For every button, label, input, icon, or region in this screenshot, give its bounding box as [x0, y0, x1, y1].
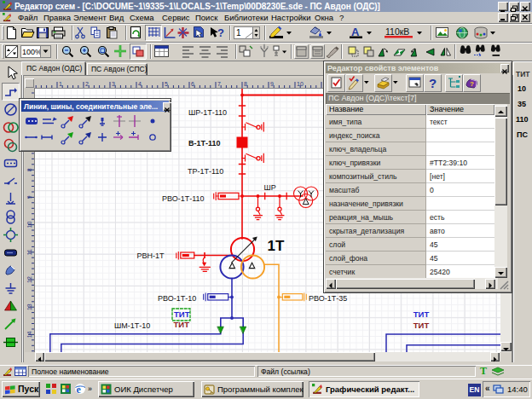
- svg-text:РВО-1Т-10: РВО-1Т-10: [158, 294, 196, 303]
- svg-text:ШР: ШР: [264, 183, 276, 192]
- svg-text:РВН-1Т: РВН-1Т: [137, 252, 165, 260]
- svg-text:РВО-1Т-110: РВО-1Т-110: [162, 194, 205, 203]
- svg-text:?: ?: [470, 80, 474, 88]
- svg-text:ШР-1Т-110: ШР-1Т-110: [188, 108, 227, 117]
- svg-text:ТИТ: ТИТ: [174, 320, 190, 329]
- svg-text:ТИТ: ТИТ: [174, 309, 190, 319]
- svg-text:ТИТ: ТИТ: [413, 321, 430, 330]
- svg-text:В-1Т-110: В-1Т-110: [188, 139, 221, 147]
- svg-text:?: ?: [429, 76, 437, 90]
- svg-text:ТР-1Т-110: ТР-1Т-110: [188, 167, 223, 176]
- svg-text:1Т: 1Т: [268, 238, 285, 254]
- svg-text:e: e: [77, 384, 82, 396]
- svg-text:ШМ-1Т-10: ШМ-1Т-10: [114, 321, 150, 330]
- svg-text:ТИТ: ТИТ: [413, 309, 430, 319]
- svg-text:РВО-1Т-35: РВО-1Т-35: [309, 294, 347, 303]
